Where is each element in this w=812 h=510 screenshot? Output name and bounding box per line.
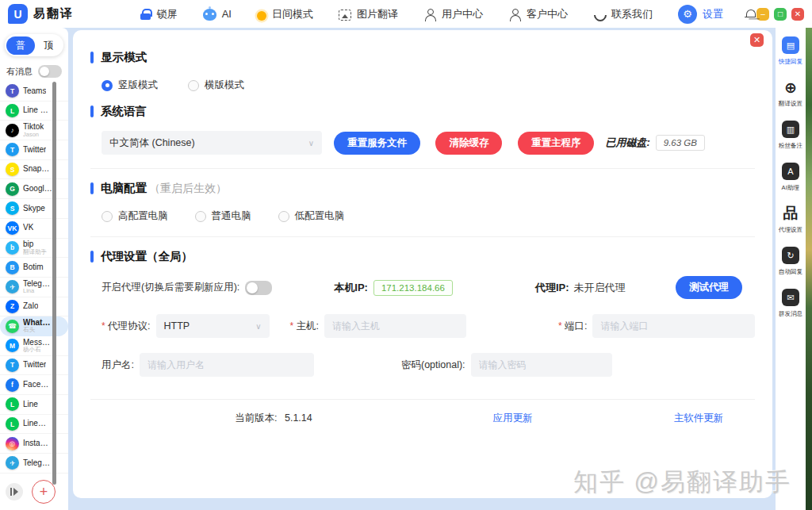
language-select[interactable]: 中文简体 (Chinese) ∨	[102, 131, 322, 155]
app-icon: ◎	[6, 437, 19, 451]
computer-config-radio-option[interactable]: 低配置电脑	[278, 209, 345, 223]
topbar-item-label: 客户中心	[527, 7, 568, 21]
language-action-buttons: 重置服务文件 清除缓存 重置主程序	[322, 132, 594, 155]
app-list-item[interactable]: ◎ Instagram	[0, 434, 68, 454]
right-toolbar-label: AI助理	[782, 183, 799, 191]
app-name: Telegram(多...	[23, 280, 52, 289]
main-software-update-link[interactable]: 主软件更新	[674, 412, 724, 425]
app-update-link[interactable]: 应用更新	[493, 412, 533, 425]
right-toolbar-item[interactable]: A AI助理	[781, 163, 800, 192]
test-proxy-button[interactable]: 测试代理	[676, 276, 742, 299]
app-icon: B	[6, 261, 19, 274]
add-account-button[interactable]: +	[32, 480, 56, 504]
app-list-item[interactable]: M Messenger 杨小石	[0, 336, 68, 356]
enable-proxy-label: 开启代理(切换后需要刷新应用):	[102, 281, 239, 294]
app-list-item[interactable]: f Facebook 粉...	[0, 375, 68, 395]
right-toolbar-icon: ⊕	[782, 79, 799, 96]
app-list-item[interactable]: S Snapchat	[0, 160, 68, 180]
app-icon: L	[6, 417, 19, 431]
topbar-item[interactable]: 联系我们	[593, 7, 653, 21]
close-settings-icon[interactable]: ✕	[750, 33, 764, 47]
computer-config-radio-option[interactable]: 普通电脑	[195, 209, 251, 223]
protocol-select[interactable]: HTTP ∨	[156, 314, 270, 338]
app-list-item[interactable]: Z Zalo	[0, 297, 68, 317]
display-mode-radio-option[interactable]: 竖版模式	[102, 79, 158, 92]
computer-config-radio-option[interactable]: 高配置电脑	[102, 209, 168, 223]
display-mode-options: 竖版模式 横版模式	[102, 79, 755, 92]
app-list-item[interactable]: G Google chat	[0, 179, 68, 199]
app-list-item[interactable]: L Line Work	[0, 102, 68, 121]
topbar-item[interactable]: 图片翻译	[339, 7, 398, 21]
sun-icon	[257, 11, 266, 21]
left-sidebar: 普 顶 有消息 T Teams L Line Work	[0, 28, 68, 510]
settings-panel: ✕ 显示模式 竖版模式 横版模式 系统语言 中文简体 (Chinese) ∨	[73, 30, 772, 498]
topbar-item[interactable]: AI	[203, 8, 232, 20]
sidebar-scrollbar[interactable]	[52, 82, 56, 485]
customer-icon	[508, 8, 521, 21]
topbar-item[interactable]: 锁屏	[140, 7, 178, 21]
password-input[interactable]	[471, 353, 612, 377]
enable-proxy-toggle[interactable]	[245, 281, 272, 295]
app-list-item[interactable]: ✈ Telegram(多... Lina	[0, 278, 68, 297]
app-list-item[interactable]: ☎ Whatsapp ... 石头	[0, 316, 68, 336]
topbar-item[interactable]: 客户中心	[508, 7, 568, 21]
app-list-item[interactable]: L Line商用	[0, 415, 68, 435]
app-list: T Teams L Line Work ♪ Tiktok Jason	[0, 82, 68, 474]
right-toolbar-item[interactable]: ↻ 自动回复	[778, 247, 803, 276]
topbar-item[interactable]: 用户中心	[423, 7, 483, 21]
chevron-down-icon: ∨	[308, 139, 314, 148]
collapse-expand-button[interactable]	[6, 483, 23, 500]
radio-icon	[102, 80, 113, 91]
right-toolbar-item[interactable]: ▥ 粉丝备注	[778, 121, 803, 150]
message-filter-toggle[interactable]	[38, 65, 62, 78]
right-toolbar-item[interactable]: 品 代理设置	[778, 205, 803, 234]
language-action-button[interactable]: 重置服务文件	[334, 132, 420, 155]
radio-label: 高配置电脑	[118, 209, 168, 223]
topbar-item[interactable]: 日间模式	[257, 7, 313, 21]
app-name: Instagram	[23, 439, 52, 448]
window-control-button[interactable]: ✕	[791, 8, 804, 21]
app-list-item[interactable]: S Skype	[0, 199, 68, 219]
right-toolbar-item[interactable]: ▤ 快捷回复	[778, 36, 803, 66]
app-name: Zalo	[23, 302, 38, 311]
app-icon: G	[6, 182, 19, 196]
topbar-item[interactable]: ⚙ 设置	[678, 5, 723, 24]
app-icon: VK	[6, 221, 19, 235]
right-toolbar-item[interactable]: ✉ 群发消息	[778, 289, 803, 318]
app-icon: ♪	[6, 124, 19, 137]
radio-label: 普通电脑	[212, 209, 251, 223]
topbar-item-label: 用户中心	[442, 7, 483, 21]
display-mode-title: 显示模式	[101, 50, 147, 65]
app-name: Facebook 粉...	[23, 381, 52, 389]
display-mode-radio-option[interactable]: 横版模式	[188, 79, 244, 92]
app-list-item[interactable]: T Teams	[0, 82, 68, 102]
topbar: U 易翻译 锁屏 AI 日间模式 图片翻译	[0, 0, 812, 28]
system-language-section-header: 系统语言	[90, 104, 755, 119]
right-toolbar-label: 群发消息	[779, 309, 802, 317]
right-toolbar-label: 快捷回复	[779, 57, 802, 65]
language-action-button[interactable]: 重置主程序	[518, 132, 595, 155]
app-icon: S	[6, 163, 19, 176]
window-control-button[interactable]: –	[756, 8, 769, 21]
app-title: 易翻译	[33, 6, 74, 21]
host-input[interactable]	[324, 314, 466, 338]
app-list-item[interactable]: ♪ Tiktok Jason	[0, 121, 68, 140]
app-list-item[interactable]: T Twitter	[0, 356, 68, 376]
notification-bell-icon[interactable]	[744, 8, 756, 21]
app-list-item[interactable]: VK VK	[0, 219, 68, 239]
protocol-select-value: HTTP	[164, 320, 190, 332]
app-list-item[interactable]: b bip 翻译助手	[0, 239, 68, 259]
language-action-button[interactable]: 清除缓存	[435, 132, 502, 155]
right-toolbar-item[interactable]: ⊕ 翻译设置	[778, 79, 803, 108]
tab-top[interactable]: 顶	[35, 39, 62, 52]
app-list-item[interactable]: B Botim	[0, 258, 68, 278]
message-filter-label: 有消息	[6, 66, 33, 78]
app-list-item[interactable]: L Line	[0, 395, 68, 415]
window-control-button[interactable]: □	[774, 8, 787, 21]
app-list-item[interactable]: ✈ Telegram Z	[0, 454, 68, 474]
port-input[interactable]	[592, 314, 755, 338]
app-list-item[interactable]: T Twitter	[0, 140, 68, 160]
app-name: bip	[23, 240, 47, 249]
username-input[interactable]	[140, 353, 314, 377]
tab-all[interactable]: 普	[6, 36, 35, 55]
